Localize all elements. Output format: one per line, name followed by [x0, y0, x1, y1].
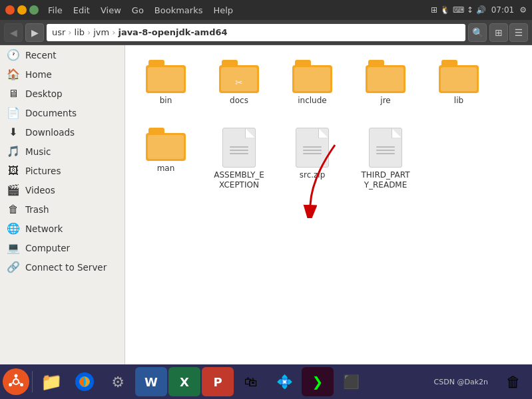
taskbar-trash[interactable]: 🗑: [497, 367, 529, 396]
file-grid: bin ✂ docs include: [136, 56, 521, 195]
breadcrumb-usr[interactable]: usr: [52, 27, 65, 37]
sidebar-item-pictures[interactable]: 🖼 Pictures: [0, 161, 125, 180]
menu-view[interactable]: View: [101, 5, 121, 15]
file-name-jre: jre: [380, 96, 390, 106]
videos-icon: 🎬: [7, 184, 20, 196]
menu-go[interactable]: Go: [132, 5, 144, 15]
back-button[interactable]: ◀: [4, 23, 23, 42]
sidebar-label-music: Music: [25, 146, 51, 157]
settings-icon[interactable]: ⚙: [519, 5, 527, 15]
file-item-lib[interactable]: lib: [429, 56, 489, 110]
svg-line-8: [12, 382, 13, 384]
breadcrumb-sep-3: ›: [112, 27, 115, 37]
recent-icon: 🕐: [7, 49, 20, 61]
pictures-icon: 🖼: [7, 164, 20, 177]
breadcrumb-jvm[interactable]: jvm: [93, 27, 109, 37]
file-name-include: include: [298, 96, 326, 106]
file-item-bin[interactable]: bin: [136, 56, 196, 110]
titlebar: File Edit View Go Bookmarks Help ⊞ 🐧 ⌨ ↕…: [0, 0, 532, 20]
file-icon-srczip: [296, 128, 329, 168]
taskbar-uk[interactable]: 🛍: [235, 367, 267, 396]
sidebar-item-downloads[interactable]: ⬇ Downloads: [0, 122, 125, 142]
system-icons: ⊞ 🐧 ⌨ ↕ 🔊: [431, 5, 486, 15]
menu-bar: File Edit View Go Bookmarks Help: [48, 5, 233, 15]
computer-icon: 💻: [7, 241, 20, 254]
list-view-button[interactable]: ☰: [509, 23, 528, 42]
breadcrumb-bar: usr › lib › jvm › java-8-openjdk-amd64: [47, 24, 465, 41]
file-item-include[interactable]: include: [282, 56, 342, 110]
file-item-docs[interactable]: ✂ docs: [209, 56, 269, 110]
sidebar-item-home[interactable]: 🏠 Home: [0, 65, 125, 84]
docs-overlay: ✂: [235, 77, 243, 88]
connect-icon: 🔗: [7, 261, 20, 273]
sidebar-item-network[interactable]: 🌐 Network: [0, 219, 125, 238]
taskbar-firefox[interactable]: [69, 367, 101, 396]
downloads-icon: ⬇: [7, 126, 20, 138]
breadcrumb-lib[interactable]: lib: [75, 27, 85, 37]
file-item-man[interactable]: man: [136, 124, 196, 195]
sidebar-item-desktop[interactable]: 🖥 Desktop: [0, 84, 125, 103]
file-area: bin ✂ docs include: [125, 45, 532, 364]
breadcrumb-current[interactable]: java-8-openjdk-amd64: [118, 27, 227, 37]
sidebar-label-recent: Recent: [25, 50, 57, 61]
minimize-button[interactable]: [17, 5, 27, 15]
taskbar-separator-1: [32, 371, 33, 392]
sidebar-item-documents[interactable]: 📄 Documents: [0, 103, 125, 122]
sidebar-label-pictures: Pictures: [25, 166, 61, 176]
file-item-thirdparty[interactable]: THIRD_PARTY_README: [356, 124, 415, 195]
file-item-srczip[interactable]: src.zip: [282, 124, 342, 195]
file-name-thirdparty: THIRD_PARTY_README: [360, 170, 411, 191]
folder-icon-include: [292, 60, 332, 93]
sidebar-item-music[interactable]: 🎵 Music: [0, 142, 125, 161]
file-name-srczip: src.zip: [300, 170, 326, 181]
sidebar-label-trash: Trash: [25, 204, 49, 215]
taskbar-excel[interactable]: X: [168, 367, 200, 396]
taskbar-ubuntu[interactable]: [3, 368, 29, 395]
sidebar-item-computer[interactable]: 💻 Computer: [0, 238, 125, 257]
sidebar-label-connect: Connect to Server: [25, 262, 107, 273]
breadcrumb-sep-2: ›: [87, 27, 91, 37]
grid-view-button[interactable]: ⊞: [489, 23, 508, 42]
music-icon: 🎵: [7, 145, 20, 158]
trash-icon: 🗑: [7, 203, 20, 215]
close-button[interactable]: [5, 5, 15, 15]
sidebar-label-documents: Documents: [25, 108, 77, 118]
sidebar-item-videos[interactable]: 🎬 Videos: [0, 180, 125, 200]
folder-icon-docs: ✂: [219, 60, 259, 93]
search-button[interactable]: 🔍: [468, 23, 487, 42]
firefox-icon: [74, 371, 95, 392]
sidebar-label-desktop: Desktop: [25, 88, 63, 99]
sidebar-item-trash[interactable]: 🗑 Trash: [0, 200, 125, 219]
menu-bookmarks[interactable]: Bookmarks: [154, 5, 203, 15]
taskbar-powerpoint[interactable]: P: [202, 367, 234, 396]
taskbar-launcher[interactable]: ⬛: [335, 367, 367, 396]
toolbar: ◀ ▶ usr › lib › jvm › java-8-openjdk-amd…: [0, 20, 532, 45]
sidebar-label-downloads: Downloads: [25, 127, 75, 138]
main-layout: 🕐 Recent 🏠 Home 🖥 Desktop 📄 Documents ⬇ …: [0, 45, 532, 364]
menu-help[interactable]: Help: [213, 5, 233, 15]
forward-button[interactable]: ▶: [25, 23, 44, 42]
folder-icon-bin: [146, 60, 186, 93]
taskbar-terminal[interactable]: ❯: [302, 367, 334, 396]
svg-line-7: [19, 382, 20, 384]
sidebar-item-recent[interactable]: 🕐 Recent: [0, 45, 125, 65]
taskbar-word[interactable]: W: [135, 367, 167, 396]
file-name-assembly: ASSEMBLY_EXCEPTION: [213, 170, 265, 191]
desktop-icon: 🖥: [7, 87, 20, 100]
taskbar-files[interactable]: 📁: [35, 367, 67, 396]
svg-point-3: [15, 374, 18, 378]
sidebar-label-home: Home: [25, 69, 52, 80]
file-item-assembly[interactable]: ASSEMBLY_EXCEPTION: [209, 124, 269, 195]
file-item-jre[interactable]: jre: [356, 56, 415, 110]
sidebar-label-videos: Videos: [25, 185, 55, 196]
menu-file[interactable]: File: [48, 5, 63, 15]
sidebar-item-connect[interactable]: 🔗 Connect to Server: [0, 257, 125, 277]
menu-edit[interactable]: Edit: [73, 5, 90, 15]
taskbar-tweak[interactable]: ⚙: [102, 367, 134, 396]
maximize-button[interactable]: [29, 5, 39, 15]
titlebar-right: ⊞ 🐧 ⌨ ↕ 🔊 07:01 ⚙: [431, 5, 527, 15]
folder-icon-jre: [366, 60, 405, 93]
svg-point-4: [20, 383, 23, 386]
taskbar-blue[interactable]: 💠: [268, 367, 300, 396]
file-name-man: man: [157, 164, 175, 174]
